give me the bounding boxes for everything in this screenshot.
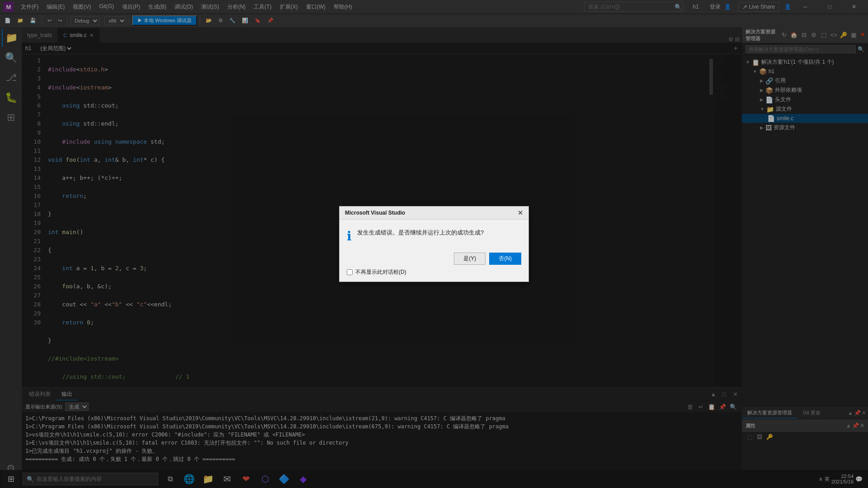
- dialog: Microsoft Visual Studio ✕ ℹ 发生生成错误。是否继续并…: [339, 206, 529, 282]
- dialog-buttons: 是(Y) 否(N): [347, 253, 521, 265]
- dialog-checkbox[interactable]: [347, 269, 353, 275]
- dialog-message: 发生生成错误。是否继续并运行上次的成功生成?: [357, 229, 484, 237]
- dialog-yes-button[interactable]: 是(Y): [454, 253, 486, 265]
- dialog-title-bar: Microsoft Visual Studio ✕: [340, 206, 528, 220]
- dialog-close-button[interactable]: ✕: [518, 209, 523, 216]
- dialog-checkbox-row: 不再显示此对话框(D): [347, 268, 521, 276]
- dialog-info-icon: ℹ: [347, 229, 352, 244]
- dialog-body: ℹ 发生生成错误。是否继续并运行上次的成功生成?: [340, 220, 528, 249]
- dialog-checkbox-label: 不再显示此对话框(D): [355, 268, 406, 276]
- dialog-title: Microsoft Visual Studio: [345, 210, 405, 216]
- dialog-overlay: Microsoft Visual Studio ✕ ℹ 发生生成错误。是否继续并…: [0, 0, 868, 488]
- dialog-footer: 是(Y) 否(N) 不再显示此对话框(D): [340, 249, 528, 282]
- dialog-no-button[interactable]: 否(N): [489, 253, 521, 265]
